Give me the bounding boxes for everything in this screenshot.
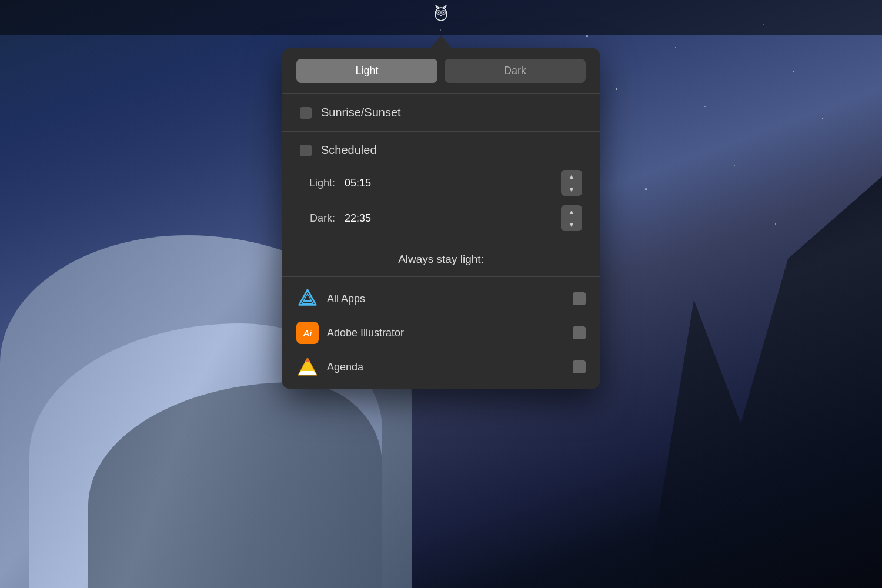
all-apps-icon — [296, 288, 319, 310]
sunrise-sunset-checkbox[interactable] — [300, 107, 312, 119]
menu-bar — [0, 0, 882, 35]
sunrise-sunset-row: Sunrise/Sunset — [282, 94, 600, 132]
agenda-checkbox[interactable] — [573, 360, 586, 373]
scheduled-checkbox[interactable] — [300, 145, 312, 156]
light-mode-button[interactable]: Light — [296, 59, 437, 83]
scheduled-header: Scheduled — [282, 132, 600, 165]
light-time-row: Light: 05:15 ▲ ▼ — [282, 165, 600, 201]
dark-time-stepper[interactable]: ▲ ▼ — [561, 205, 582, 231]
popup-arrow — [430, 35, 452, 48]
all-apps-checkbox[interactable] — [573, 292, 586, 305]
apps-section: All Apps Ai Adobe Illustrator — [282, 277, 600, 389]
dark-mode-button[interactable]: Dark — [445, 59, 586, 83]
light-time-stepper[interactable]: ▲ ▼ — [561, 170, 582, 196]
all-apps-row: All Apps — [282, 282, 600, 316]
popup-panel: Light Dark Sunrise/Sunset Scheduled Ligh… — [282, 48, 600, 389]
agenda-row: Agenda — [282, 350, 600, 384]
dark-time-value: 22:35 — [345, 212, 380, 225]
adobe-illustrator-row: Ai Adobe Illustrator — [282, 316, 600, 350]
adobe-illustrator-checkbox[interactable] — [573, 326, 586, 339]
all-apps-label: All Apps — [327, 293, 564, 305]
agenda-icon — [296, 356, 319, 378]
light-time-label: Light: — [300, 177, 335, 189]
dark-time-increment[interactable]: ▲ — [561, 205, 582, 218]
agenda-label: Agenda — [327, 361, 564, 373]
always-stay-light-section: Always stay light: — [282, 242, 600, 277]
app-menubar-icon[interactable] — [431, 3, 451, 27]
light-time-value: 05:15 — [345, 177, 380, 189]
dark-time-label: Dark: — [300, 212, 335, 225]
dark-time-decrement[interactable]: ▼ — [561, 218, 582, 231]
svg-point-0 — [435, 8, 447, 21]
svg-point-3 — [438, 12, 439, 13]
scheduled-label: Scheduled — [321, 143, 377, 157]
svg-point-4 — [443, 12, 444, 13]
scheduled-section: Scheduled Light: 05:15 ▲ ▼ Dark: 22:35 ▲… — [282, 132, 600, 242]
mode-toggle-section: Light Dark — [282, 48, 600, 94]
adobe-illustrator-label: Adobe Illustrator — [327, 327, 564, 339]
dark-time-row: Dark: 22:35 ▲ ▼ — [282, 201, 600, 236]
light-time-increment[interactable]: ▲ — [561, 170, 582, 183]
light-time-decrement[interactable]: ▼ — [561, 183, 582, 196]
adobe-illustrator-icon: Ai — [296, 322, 319, 344]
always-stay-light-label: Always stay light: — [398, 253, 484, 265]
sunrise-sunset-label: Sunrise/Sunset — [321, 106, 401, 119]
